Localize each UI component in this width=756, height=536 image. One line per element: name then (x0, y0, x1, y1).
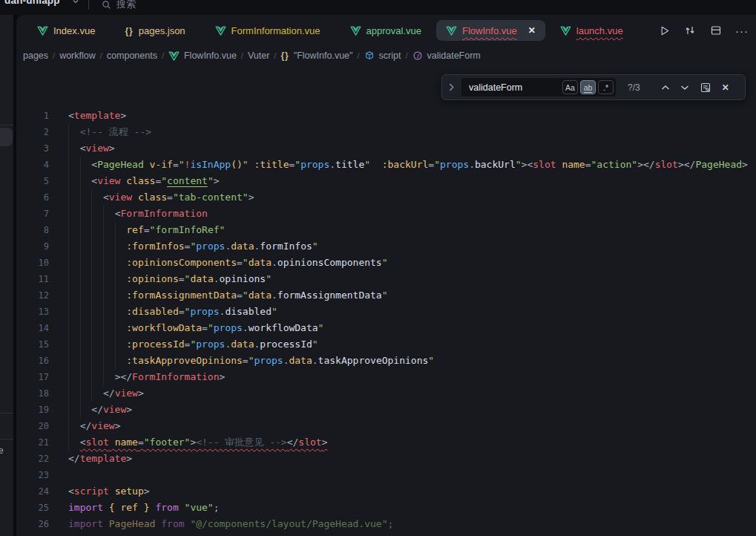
next-match-button[interactable] (680, 85, 689, 91)
code-text: <FormInformation (68, 206, 208, 222)
find-input[interactable] (467, 82, 560, 94)
close-icon[interactable]: ✕ (528, 25, 536, 36)
code-line-21[interactable]: 21<slot name="footer"><!-- 审批意见 --></slo… (16, 434, 756, 451)
line-number: 26 (16, 516, 49, 532)
code-line-17[interactable]: 17></FormInformation> (16, 369, 756, 385)
code-editor[interactable]: 1<template>2<!-- 流程 -->3<view>4<PageHead… (16, 65, 756, 536)
code-line-1[interactable]: 1<template> (16, 108, 756, 124)
search-icon (102, 0, 111, 10)
code-line-25[interactable]: 25import { ref } from "vue"; (16, 500, 756, 516)
vue-icon (168, 51, 180, 61)
code-line-13[interactable]: 13:disabled="props.disabled" (16, 304, 756, 320)
code-text: <view class="tab-content"> (68, 189, 254, 206)
breadcrumb: pages/workflow/components/FlowInfo.vue/V… (16, 46, 756, 65)
editor-actions: ··· (657, 24, 756, 37)
breadcrumb-item--flowinfo-vue-[interactable]: {}"FlowInfo.vue" (280, 50, 352, 61)
breadcrumb-item-validateform[interactable]: fvalidateForm (412, 50, 481, 61)
breadcrumb-item-vuter[interactable]: Vuter (248, 50, 269, 61)
line-number: 16 (16, 353, 49, 369)
breadcrumb-label: FlowInfo.vue (184, 50, 237, 61)
code-line-20[interactable]: 20</view> (16, 418, 756, 434)
breadcrumb-item-workflow[interactable]: workflow (59, 50, 96, 61)
code-line-5[interactable]: 5<view class="content"> (16, 173, 756, 189)
tab-pages-json[interactable]: {}pages.json (110, 20, 200, 41)
line-number: 7 (16, 206, 49, 222)
line-number: 4 (16, 157, 49, 173)
close-find-button[interactable]: ✕ (722, 82, 729, 93)
code-text: <!-- 流程 --> (68, 124, 151, 140)
code-line-14[interactable]: 14:workflowData="props.workflowData" (16, 320, 756, 336)
breadcrumb-separator: / (162, 51, 164, 60)
breadcrumb-item-components[interactable]: components (107, 50, 157, 61)
breadcrumb-separator: / (274, 51, 276, 60)
chevron-down-icon[interactable] (72, 0, 79, 5)
breadcrumb-separator: / (53, 51, 55, 60)
divider (88, 0, 89, 10)
sidebar-item-highlight[interactable] (0, 128, 13, 146)
more-actions-icon[interactable]: ··· (735, 24, 749, 37)
sidebar-sliver: e (0, 15, 13, 536)
code-line-19[interactable]: 19</view> (16, 402, 756, 418)
breadcrumb-item-script[interactable]: script (364, 50, 401, 61)
breadcrumb-item-flowinfo-vue[interactable]: FlowInfo.vue (168, 50, 237, 61)
line-number: 13 (16, 304, 49, 320)
code-line-7[interactable]: 7<FormInformation (16, 206, 756, 222)
code-line-15[interactable]: 15:processId="props.data.processId" (16, 336, 756, 353)
line-number: 8 (16, 222, 49, 238)
code-line-10[interactable]: 10:opinionsComponents="data.opinionsComp… (16, 255, 756, 271)
code-line-4[interactable]: 4<PageHead v-if="!isInApp()" :title="pro… (16, 157, 756, 173)
previous-match-button[interactable] (661, 85, 670, 91)
code-text: ></FormInformation> (68, 369, 225, 385)
tab-bar: Index.vue{}pages.jsonFormInformation.vue… (16, 15, 756, 46)
code-line-3[interactable]: 3<view> (16, 140, 756, 157)
line-number: 21 (16, 434, 49, 451)
code-line-9[interactable]: 9:formInfos="props.data.formInfos" (16, 238, 756, 255)
search-label: 搜索 (116, 0, 136, 11)
whole-word-button[interactable]: ab (580, 80, 596, 94)
code-line-12[interactable]: 12:formAssignmentData="data.formAssignme… (16, 287, 756, 304)
find-in-selection-icon[interactable] (700, 82, 711, 94)
tab-launch-vue[interactable]: launch.vue (545, 20, 638, 41)
tab-label: FormInformation.vue (231, 25, 321, 36)
code-text: :taskApproveOpinions="props.data.taskApp… (68, 353, 434, 369)
line-number: 6 (16, 189, 49, 206)
line-number: 19 (16, 402, 49, 418)
tab-flowinfo-vue[interactable]: FlowInfo.vue✕ (436, 20, 545, 41)
toggle-replace-button[interactable] (448, 83, 458, 91)
compare-changes-icon[interactable] (683, 24, 697, 37)
code-line-22[interactable]: 22</template> (16, 451, 756, 467)
match-count: ?/3 (628, 82, 640, 93)
line-number: 24 (16, 483, 49, 500)
code-line-8[interactable]: 8ref="formInfoRef" (16, 222, 756, 238)
code-content[interactable]: 1<template>2<!-- 流程 -->3<view>4<PageHead… (16, 65, 756, 532)
line-number: 9 (16, 238, 49, 255)
breadcrumb-separator: / (100, 51, 102, 60)
match-case-button[interactable]: Aa (562, 80, 578, 94)
run-icon[interactable] (657, 24, 671, 37)
editor-panel: Index.vue{}pages.jsonFormInformation.vue… (16, 15, 756, 536)
tab-forminformation-vue[interactable]: FormInformation.vue (200, 20, 335, 41)
regex-button[interactable]: .* (598, 80, 614, 94)
code-text: import { ref } from "vue"; (68, 500, 220, 516)
code-line-26[interactable]: 26import PageHead from "@/components/lay… (16, 516, 756, 532)
svg-text:f: f (416, 53, 420, 59)
breadcrumb-item-pages[interactable]: pages (23, 50, 48, 61)
split-editor-icon[interactable] (709, 24, 723, 37)
line-number: 22 (16, 451, 49, 467)
code-line-6[interactable]: 6<view class="tab-content"> (16, 189, 756, 206)
code-line-16[interactable]: 16:taskApproveOpinions="props.data.taskA… (16, 353, 756, 369)
code-text: <view> (68, 140, 115, 157)
code-line-24[interactable]: 24<script setup> (16, 483, 756, 500)
workspace-title[interactable]: dan-uniapp (4, 0, 60, 6)
tab-approval-vue[interactable]: approval.vue (335, 20, 436, 41)
code-line-11[interactable]: 11:opinions="data.opinions" (16, 271, 756, 287)
module-icon (364, 50, 375, 61)
code-line-18[interactable]: 18</view> (16, 385, 756, 402)
code-line-23[interactable]: 23 (16, 467, 756, 483)
tab-index-vue[interactable]: Index.vue (22, 20, 110, 41)
search-box[interactable]: 搜索 (102, 0, 136, 11)
breadcrumb-separator: / (358, 51, 360, 60)
code-line-2[interactable]: 2<!-- 流程 --> (16, 124, 756, 140)
divider (0, 413, 13, 414)
code-text: :formAssignmentData="data.formAssignment… (68, 287, 388, 304)
